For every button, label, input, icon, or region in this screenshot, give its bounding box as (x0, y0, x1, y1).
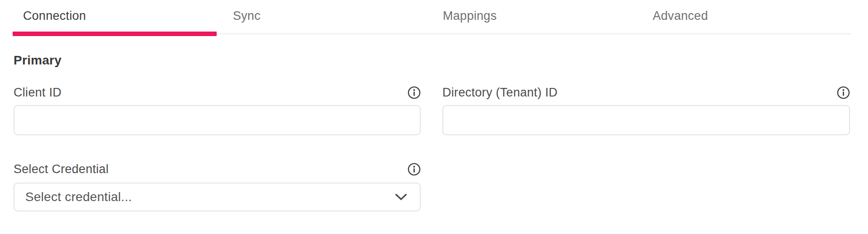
connection-tab-panel: Primary Client ID Directory (Tenant) ID (14, 53, 850, 211)
client-id-label: Client ID (14, 86, 61, 100)
select-credential-dropdown[interactable]: Select credential... (14, 183, 421, 211)
info-icon (408, 86, 421, 99)
tab-advanced[interactable]: Advanced (641, 0, 851, 33)
select-credential-field: Select Credential Select credential... (14, 162, 421, 211)
select-credential-info-button[interactable] (408, 163, 421, 176)
select-credential-label: Select Credential (14, 162, 109, 176)
connection-form: Client ID Directory (Tenant) ID (14, 86, 850, 211)
directory-tenant-id-label: Directory (Tenant) ID (442, 86, 557, 100)
directory-tenant-id-field: Directory (Tenant) ID (442, 86, 850, 135)
tab-sync[interactable]: Sync (221, 0, 431, 33)
tab-sync-label: Sync (233, 9, 260, 23)
client-id-input[interactable] (14, 105, 421, 135)
section-title-primary: Primary (14, 53, 850, 68)
info-icon (408, 163, 421, 176)
tab-connection-label: Connection (23, 9, 86, 23)
select-credential-label-row: Select Credential (14, 162, 421, 176)
directory-tenant-id-label-row: Directory (Tenant) ID (442, 86, 850, 99)
active-tab-underline (13, 32, 217, 36)
client-id-field: Client ID (14, 86, 421, 135)
empty-grid-cell (442, 162, 850, 211)
tab-advanced-label: Advanced (653, 9, 708, 23)
settings-tabbar: Connection Sync Mappings Advanced (11, 0, 851, 34)
tab-mappings-label: Mappings (443, 9, 497, 23)
tab-mappings[interactable]: Mappings (431, 0, 641, 33)
tab-connection[interactable]: Connection (11, 0, 221, 33)
info-icon (837, 86, 850, 99)
client-id-info-button[interactable] (408, 86, 421, 99)
chevron-down-icon (395, 193, 407, 201)
client-id-label-row: Client ID (14, 86, 421, 99)
directory-tenant-id-info-button[interactable] (837, 86, 850, 99)
directory-tenant-id-input[interactable] (442, 105, 850, 135)
select-credential-placeholder: Select credential... (25, 190, 132, 204)
